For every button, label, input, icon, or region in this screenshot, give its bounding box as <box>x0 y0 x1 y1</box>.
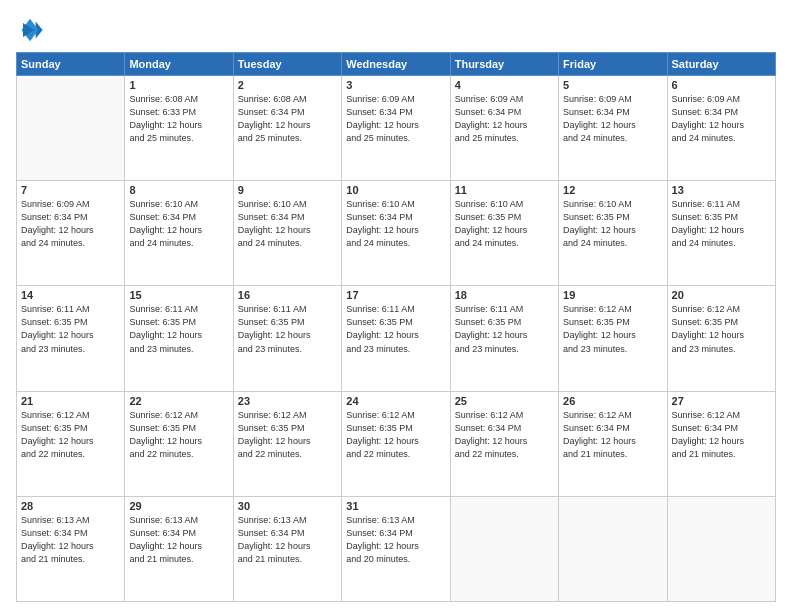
day-info: Sunrise: 6:09 AM Sunset: 6:34 PM Dayligh… <box>672 93 771 145</box>
day-info: Sunrise: 6:12 AM Sunset: 6:35 PM Dayligh… <box>672 303 771 355</box>
day-number: 4 <box>455 79 554 91</box>
day-header-wednesday: Wednesday <box>342 53 450 76</box>
day-number: 31 <box>346 500 445 512</box>
day-number: 25 <box>455 395 554 407</box>
calendar-cell: 2Sunrise: 6:08 AM Sunset: 6:34 PM Daylig… <box>233 76 341 181</box>
day-number: 6 <box>672 79 771 91</box>
calendar-cell: 16Sunrise: 6:11 AM Sunset: 6:35 PM Dayli… <box>233 286 341 391</box>
calendar-cell: 18Sunrise: 6:11 AM Sunset: 6:35 PM Dayli… <box>450 286 558 391</box>
day-number: 2 <box>238 79 337 91</box>
calendar-cell: 25Sunrise: 6:12 AM Sunset: 6:34 PM Dayli… <box>450 391 558 496</box>
day-number: 14 <box>21 289 120 301</box>
day-number: 13 <box>672 184 771 196</box>
calendar-cell: 7Sunrise: 6:09 AM Sunset: 6:34 PM Daylig… <box>17 181 125 286</box>
day-info: Sunrise: 6:10 AM Sunset: 6:34 PM Dayligh… <box>238 198 337 250</box>
calendar-cell: 24Sunrise: 6:12 AM Sunset: 6:35 PM Dayli… <box>342 391 450 496</box>
calendar-cell: 31Sunrise: 6:13 AM Sunset: 6:34 PM Dayli… <box>342 496 450 601</box>
day-number: 7 <box>21 184 120 196</box>
day-header-tuesday: Tuesday <box>233 53 341 76</box>
calendar-week-2: 14Sunrise: 6:11 AM Sunset: 6:35 PM Dayli… <box>17 286 776 391</box>
day-number: 15 <box>129 289 228 301</box>
day-info: Sunrise: 6:10 AM Sunset: 6:35 PM Dayligh… <box>455 198 554 250</box>
calendar-cell: 20Sunrise: 6:12 AM Sunset: 6:35 PM Dayli… <box>667 286 775 391</box>
day-number: 8 <box>129 184 228 196</box>
calendar-header-row: SundayMondayTuesdayWednesdayThursdayFrid… <box>17 53 776 76</box>
day-number: 9 <box>238 184 337 196</box>
day-number: 12 <box>563 184 662 196</box>
day-info: Sunrise: 6:12 AM Sunset: 6:34 PM Dayligh… <box>455 409 554 461</box>
day-info: Sunrise: 6:09 AM Sunset: 6:34 PM Dayligh… <box>346 93 445 145</box>
calendar-cell: 11Sunrise: 6:10 AM Sunset: 6:35 PM Dayli… <box>450 181 558 286</box>
day-info: Sunrise: 6:13 AM Sunset: 6:34 PM Dayligh… <box>238 514 337 566</box>
day-number: 20 <box>672 289 771 301</box>
day-info: Sunrise: 6:12 AM Sunset: 6:35 PM Dayligh… <box>238 409 337 461</box>
day-info: Sunrise: 6:11 AM Sunset: 6:35 PM Dayligh… <box>238 303 337 355</box>
calendar-cell: 17Sunrise: 6:11 AM Sunset: 6:35 PM Dayli… <box>342 286 450 391</box>
calendar-cell: 4Sunrise: 6:09 AM Sunset: 6:34 PM Daylig… <box>450 76 558 181</box>
calendar-week-4: 28Sunrise: 6:13 AM Sunset: 6:34 PM Dayli… <box>17 496 776 601</box>
day-info: Sunrise: 6:11 AM Sunset: 6:35 PM Dayligh… <box>455 303 554 355</box>
day-info: Sunrise: 6:12 AM Sunset: 6:35 PM Dayligh… <box>129 409 228 461</box>
day-number: 26 <box>563 395 662 407</box>
day-info: Sunrise: 6:12 AM Sunset: 6:35 PM Dayligh… <box>563 303 662 355</box>
day-info: Sunrise: 6:11 AM Sunset: 6:35 PM Dayligh… <box>129 303 228 355</box>
day-number: 1 <box>129 79 228 91</box>
day-header-monday: Monday <box>125 53 233 76</box>
day-info: Sunrise: 6:12 AM Sunset: 6:34 PM Dayligh… <box>563 409 662 461</box>
calendar-cell: 3Sunrise: 6:09 AM Sunset: 6:34 PM Daylig… <box>342 76 450 181</box>
day-info: Sunrise: 6:08 AM Sunset: 6:33 PM Dayligh… <box>129 93 228 145</box>
day-header-thursday: Thursday <box>450 53 558 76</box>
day-number: 3 <box>346 79 445 91</box>
day-number: 24 <box>346 395 445 407</box>
day-number: 11 <box>455 184 554 196</box>
calendar-cell: 30Sunrise: 6:13 AM Sunset: 6:34 PM Dayli… <box>233 496 341 601</box>
calendar-cell <box>450 496 558 601</box>
calendar-cell <box>17 76 125 181</box>
calendar-cell: 23Sunrise: 6:12 AM Sunset: 6:35 PM Dayli… <box>233 391 341 496</box>
calendar-cell: 21Sunrise: 6:12 AM Sunset: 6:35 PM Dayli… <box>17 391 125 496</box>
calendar-cell: 9Sunrise: 6:10 AM Sunset: 6:34 PM Daylig… <box>233 181 341 286</box>
header <box>16 16 776 44</box>
calendar-cell: 1Sunrise: 6:08 AM Sunset: 6:33 PM Daylig… <box>125 76 233 181</box>
day-number: 19 <box>563 289 662 301</box>
calendar-week-0: 1Sunrise: 6:08 AM Sunset: 6:33 PM Daylig… <box>17 76 776 181</box>
day-number: 21 <box>21 395 120 407</box>
calendar-cell: 27Sunrise: 6:12 AM Sunset: 6:34 PM Dayli… <box>667 391 775 496</box>
calendar-cell: 12Sunrise: 6:10 AM Sunset: 6:35 PM Dayli… <box>559 181 667 286</box>
day-number: 27 <box>672 395 771 407</box>
day-info: Sunrise: 6:10 AM Sunset: 6:34 PM Dayligh… <box>129 198 228 250</box>
day-info: Sunrise: 6:12 AM Sunset: 6:35 PM Dayligh… <box>346 409 445 461</box>
day-info: Sunrise: 6:12 AM Sunset: 6:34 PM Dayligh… <box>672 409 771 461</box>
calendar-cell <box>667 496 775 601</box>
calendar-cell: 8Sunrise: 6:10 AM Sunset: 6:34 PM Daylig… <box>125 181 233 286</box>
calendar-table: SundayMondayTuesdayWednesdayThursdayFrid… <box>16 52 776 602</box>
day-info: Sunrise: 6:11 AM Sunset: 6:35 PM Dayligh… <box>21 303 120 355</box>
day-number: 10 <box>346 184 445 196</box>
calendar-cell: 29Sunrise: 6:13 AM Sunset: 6:34 PM Dayli… <box>125 496 233 601</box>
day-info: Sunrise: 6:09 AM Sunset: 6:34 PM Dayligh… <box>455 93 554 145</box>
day-header-friday: Friday <box>559 53 667 76</box>
calendar-cell: 13Sunrise: 6:11 AM Sunset: 6:35 PM Dayli… <box>667 181 775 286</box>
day-info: Sunrise: 6:11 AM Sunset: 6:35 PM Dayligh… <box>346 303 445 355</box>
day-info: Sunrise: 6:10 AM Sunset: 6:35 PM Dayligh… <box>563 198 662 250</box>
day-number: 29 <box>129 500 228 512</box>
day-info: Sunrise: 6:13 AM Sunset: 6:34 PM Dayligh… <box>21 514 120 566</box>
day-info: Sunrise: 6:11 AM Sunset: 6:35 PM Dayligh… <box>672 198 771 250</box>
calendar-cell: 28Sunrise: 6:13 AM Sunset: 6:34 PM Dayli… <box>17 496 125 601</box>
day-info: Sunrise: 6:13 AM Sunset: 6:34 PM Dayligh… <box>129 514 228 566</box>
day-info: Sunrise: 6:08 AM Sunset: 6:34 PM Dayligh… <box>238 93 337 145</box>
day-number: 18 <box>455 289 554 301</box>
day-number: 28 <box>21 500 120 512</box>
calendar-cell: 15Sunrise: 6:11 AM Sunset: 6:35 PM Dayli… <box>125 286 233 391</box>
calendar-week-1: 7Sunrise: 6:09 AM Sunset: 6:34 PM Daylig… <box>17 181 776 286</box>
day-header-saturday: Saturday <box>667 53 775 76</box>
calendar-cell <box>559 496 667 601</box>
calendar-week-3: 21Sunrise: 6:12 AM Sunset: 6:35 PM Dayli… <box>17 391 776 496</box>
calendar-cell: 5Sunrise: 6:09 AM Sunset: 6:34 PM Daylig… <box>559 76 667 181</box>
day-info: Sunrise: 6:12 AM Sunset: 6:35 PM Dayligh… <box>21 409 120 461</box>
day-number: 23 <box>238 395 337 407</box>
calendar-cell: 14Sunrise: 6:11 AM Sunset: 6:35 PM Dayli… <box>17 286 125 391</box>
page: SundayMondayTuesdayWednesdayThursdayFrid… <box>0 0 792 612</box>
logo <box>16 16 48 44</box>
day-header-sunday: Sunday <box>17 53 125 76</box>
